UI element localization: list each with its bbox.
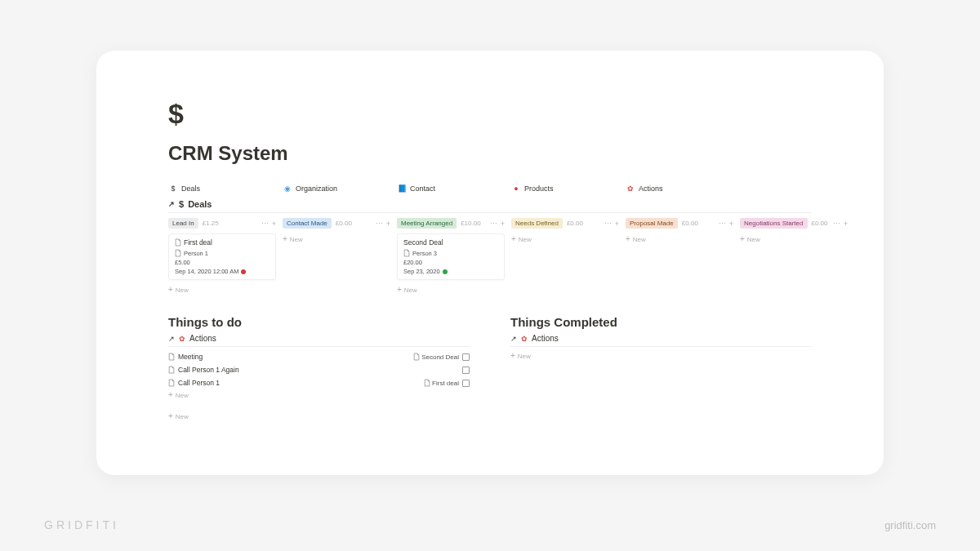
link-arrow-icon: ↗ bbox=[510, 335, 517, 343]
organization-icon: ◉ bbox=[283, 184, 292, 193]
new-button[interactable]: +New bbox=[511, 233, 619, 245]
new-button[interactable]: +New bbox=[740, 233, 848, 245]
document-icon bbox=[175, 249, 181, 257]
gear-icon: ✿ bbox=[626, 184, 635, 193]
dollar-icon: $ bbox=[168, 184, 178, 193]
column-header: Negotiations Started£0.00⋯+ bbox=[740, 218, 848, 229]
deal-amount: £5.00 bbox=[175, 259, 270, 266]
board-column: Proposal Made£0.00⋯++New bbox=[626, 218, 740, 295]
nav-tab-actions[interactable]: ✿ Actions bbox=[626, 183, 740, 194]
more-icon[interactable]: ⋯ bbox=[719, 220, 726, 228]
checkbox[interactable] bbox=[462, 353, 470, 361]
document-icon bbox=[403, 249, 410, 257]
deal-date: Sep 14, 2020 12:00 AM bbox=[175, 268, 238, 275]
nav-tab-products[interactable]: ● Products bbox=[511, 183, 626, 194]
new-label: New bbox=[633, 236, 646, 243]
plus-icon[interactable]: + bbox=[729, 220, 733, 228]
brand-url: gridfiti.com bbox=[884, 519, 936, 531]
products-icon: ● bbox=[511, 184, 521, 193]
plus-icon: + bbox=[168, 412, 173, 420]
todo-row[interactable]: MeetingSecond Deal bbox=[168, 350, 470, 363]
deal-card[interactable]: First dealPerson 1£5.00Sep 14, 2020 12:0… bbox=[168, 233, 276, 280]
column-tag[interactable]: Lead In bbox=[168, 218, 198, 229]
column-tag[interactable]: Meeting Arranged bbox=[397, 218, 457, 229]
section-completed: Things Completed ↗ ✿ Actions + New bbox=[510, 315, 812, 422]
board-column: Meeting Arranged£10.00⋯+Second DealPerso… bbox=[397, 218, 511, 295]
plus-icon: + bbox=[283, 235, 287, 243]
nav-tab-organization[interactable]: ◉ Organization bbox=[283, 183, 397, 194]
brand-watermark: GRIDFITI bbox=[44, 518, 119, 531]
deal-person: Person 1 bbox=[184, 250, 208, 257]
todo-row[interactable]: Call Person 1First deal bbox=[168, 376, 470, 389]
more-icon[interactable]: ⋯ bbox=[833, 220, 840, 228]
more-icon[interactable]: ⋯ bbox=[604, 220, 612, 228]
todo-table: MeetingSecond DealCall Person 1 AgainCal… bbox=[168, 346, 470, 389]
linked-db-deals[interactable]: ↗ $ Deals bbox=[168, 199, 812, 209]
checkbox[interactable] bbox=[462, 367, 470, 374]
todo-row[interactable]: Call Person 1 Again bbox=[168, 363, 470, 376]
column-sum: £0.00 bbox=[567, 220, 583, 227]
page-icon: $ bbox=[168, 100, 812, 127]
plus-icon[interactable]: + bbox=[844, 220, 848, 228]
document-icon bbox=[168, 379, 178, 387]
new-button[interactable]: +New bbox=[168, 284, 276, 295]
deal-card[interactable]: Second DealPerson 3£20.00Sep 23, 2020 bbox=[397, 233, 505, 280]
column-sum: £0.00 bbox=[336, 220, 352, 227]
document-icon bbox=[424, 379, 430, 387]
board-column: Negotiations Started£0.00⋯++New bbox=[740, 218, 854, 295]
deal-person: Person 3 bbox=[412, 250, 437, 257]
more-icon[interactable]: ⋯ bbox=[376, 220, 383, 228]
plus-icon[interactable]: + bbox=[272, 220, 276, 228]
todo-name: Call Person 1 Again bbox=[178, 366, 462, 374]
new-button[interactable]: +New bbox=[397, 284, 505, 295]
nav-tab-contact[interactable]: 📘 Contact bbox=[397, 183, 511, 194]
new-button[interactable]: + New bbox=[168, 389, 470, 401]
plus-icon[interactable]: + bbox=[501, 220, 505, 228]
deal-title: Second Deal bbox=[403, 238, 443, 247]
nav-tab-deals[interactable]: $ Deals bbox=[168, 183, 283, 194]
link-arrow-icon: ↗ bbox=[168, 200, 175, 208]
section-todo: Things to do ↗ ✿ Actions MeetingSecond D… bbox=[168, 315, 470, 422]
new-button[interactable]: + New bbox=[168, 411, 470, 422]
status-dot-icon bbox=[443, 269, 448, 274]
gear-icon: ✿ bbox=[521, 335, 528, 343]
nav-tabs: $ Deals ◉ Organization 📘 Contact ● Produ… bbox=[168, 183, 812, 194]
column-tag[interactable]: Contact Made bbox=[283, 218, 332, 229]
column-header: Lead In£1.25⋯+ bbox=[168, 218, 276, 229]
app-card: $ CRM System $ Deals ◉ Organization 📘 Co… bbox=[96, 51, 884, 475]
page-title: CRM System bbox=[168, 142, 812, 165]
status-dot-icon bbox=[241, 269, 246, 274]
checkbox[interactable] bbox=[462, 380, 470, 387]
deal-date: Sep 23, 2020 bbox=[403, 268, 440, 275]
column-tag[interactable]: Needs Defined bbox=[511, 218, 563, 229]
linked-db-title: Deals bbox=[188, 199, 212, 209]
todo-name: Meeting bbox=[178, 353, 413, 361]
column-tag[interactable]: Proposal Made bbox=[626, 218, 678, 229]
linked-db-actions[interactable]: ↗ ✿ Actions bbox=[510, 334, 812, 343]
document-icon bbox=[168, 366, 178, 374]
contact-icon: 📘 bbox=[397, 184, 407, 193]
completed-table: + New bbox=[510, 346, 812, 362]
more-icon[interactable]: ⋯ bbox=[490, 220, 497, 228]
plus-icon: + bbox=[510, 352, 515, 360]
new-button[interactable]: +New bbox=[626, 233, 733, 245]
plus-icon[interactable]: + bbox=[386, 220, 390, 228]
linked-db-actions[interactable]: ↗ ✿ Actions bbox=[168, 334, 470, 343]
new-button[interactable]: + New bbox=[510, 350, 812, 362]
new-label: New bbox=[176, 392, 189, 399]
column-tag[interactable]: Negotiations Started bbox=[740, 218, 808, 229]
column-sum: £0.00 bbox=[812, 220, 828, 227]
plus-icon: + bbox=[511, 235, 516, 243]
plus-icon: + bbox=[168, 286, 173, 294]
column-sum: £1.25 bbox=[203, 220, 219, 227]
plus-icon[interactable]: + bbox=[615, 220, 619, 228]
plus-icon: + bbox=[397, 286, 402, 294]
new-label: New bbox=[404, 287, 417, 294]
document-icon bbox=[168, 353, 178, 361]
lower-sections: Things to do ↗ ✿ Actions MeetingSecond D… bbox=[168, 315, 812, 422]
new-button[interactable]: +New bbox=[283, 233, 390, 245]
more-icon[interactable]: ⋯ bbox=[261, 220, 269, 228]
gear-icon: ✿ bbox=[179, 335, 185, 343]
link-arrow-icon: ↗ bbox=[168, 335, 175, 343]
new-label: New bbox=[519, 236, 532, 243]
